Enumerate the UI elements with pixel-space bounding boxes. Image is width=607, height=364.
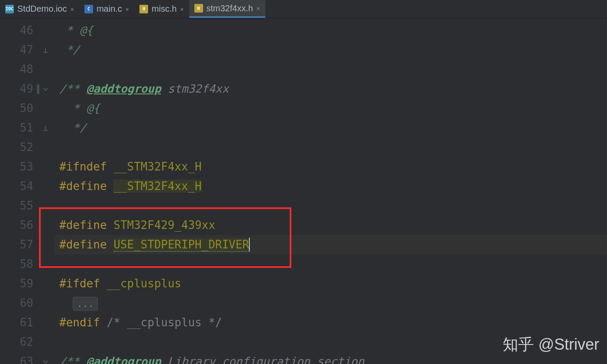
tab-main-c[interactable]: C main.c ✕ — [79, 0, 134, 18]
line-number: 57 — [0, 235, 37, 254]
folded-region[interactable]: ... — [73, 297, 98, 311]
line-number: 56 — [0, 216, 37, 235]
close-icon[interactable]: ✕ — [71, 6, 74, 13]
code-line[interactable]: */ — [54, 40, 607, 60]
tab-stm32f4xx-h[interactable]: H stm32f4xx.h ✕ — [189, 0, 265, 18]
code-line[interactable]: #endif /* __cplusplus */ — [54, 313, 607, 332]
line-number: 47 — [0, 40, 37, 60]
tab-label: misc.h — [152, 4, 177, 14]
code-line[interactable]: */ — [54, 118, 607, 138]
code-line[interactable]: #define STM32F429_439xx — [54, 216, 607, 235]
line-number-gutter: 46 47 48 49 50 51 52 53 54 55 56 57 58 5… — [0, 18, 37, 364]
ioc-file-icon: IOC — [5, 5, 14, 13]
tab-misc-h[interactable]: H misc.h ✕ — [134, 0, 189, 18]
code-line-current[interactable]: #define USE_STDPERIPH_DRIVER — [54, 235, 607, 254]
line-number: 46 — [0, 21, 37, 40]
line-number: 54 — [0, 177, 37, 196]
line-number: 49 — [0, 79, 37, 99]
line-number: 53 — [0, 157, 37, 177]
code-line[interactable]: #define __STM32F4xx_H — [54, 177, 607, 196]
tab-label: main.c — [97, 4, 122, 14]
code-line[interactable]: #ifdef __cplusplus — [54, 274, 607, 293]
code-line[interactable] — [54, 60, 607, 79]
editor-area[interactable]: 46 47 48 49 50 51 52 53 54 55 56 57 58 5… — [0, 18, 607, 364]
svg-rect-0 — [37, 84, 39, 94]
line-number: 60 — [0, 293, 37, 313]
h-file-icon: H — [194, 4, 203, 13]
text-cursor — [249, 238, 250, 251]
code-line[interactable]: /** @addtogroup stm32f4xx — [54, 79, 607, 99]
tab-stddemo-ioc[interactable]: IOC StdDemo.ioc ✕ — [0, 0, 79, 18]
line-number: 58 — [0, 254, 37, 274]
line-number: 59 — [0, 274, 37, 293]
line-number: 50 — [0, 99, 37, 118]
fold-end-icon[interactable] — [37, 118, 54, 138]
line-number: 51 — [0, 118, 37, 138]
close-icon[interactable]: ✕ — [126, 6, 129, 13]
tab-label: stm32f4xx.h — [207, 3, 253, 13]
line-number: 48 — [0, 60, 37, 79]
line-number: 62 — [0, 332, 37, 352]
close-icon[interactable]: ✕ — [256, 5, 260, 12]
line-number: 52 — [0, 138, 37, 157]
tab-bar: IOC StdDemo.ioc ✕ C main.c ✕ H misc.h ✕ … — [0, 0, 607, 18]
code-line[interactable]: #ifndef __STM32F4xx_H — [54, 157, 607, 177]
fold-open-icon[interactable] — [37, 79, 54, 99]
code-line[interactable] — [54, 254, 607, 274]
tab-label: StdDemo.ioc — [17, 4, 67, 14]
line-number: 55 — [0, 196, 37, 216]
code-area[interactable]: * @{ */ /** @addtogroup stm32f4xx * @{ *… — [54, 18, 607, 364]
line-number: 61 — [0, 313, 37, 332]
code-line[interactable]: ... — [54, 293, 607, 313]
fold-gutter — [37, 18, 54, 364]
line-number: 63 — [0, 352, 37, 364]
code-line[interactable] — [54, 138, 607, 157]
h-file-icon: H — [139, 5, 148, 13]
c-file-icon: C — [84, 5, 93, 13]
fold-open-icon[interactable] — [37, 352, 54, 364]
watermark: 知乎 @Striver — [503, 334, 599, 355]
code-line[interactable] — [54, 196, 607, 216]
code-line[interactable]: * @{ — [54, 99, 607, 118]
code-line[interactable]: * @{ — [54, 21, 607, 40]
close-icon[interactable]: ✕ — [180, 6, 184, 13]
fold-end-icon[interactable] — [37, 40, 54, 60]
